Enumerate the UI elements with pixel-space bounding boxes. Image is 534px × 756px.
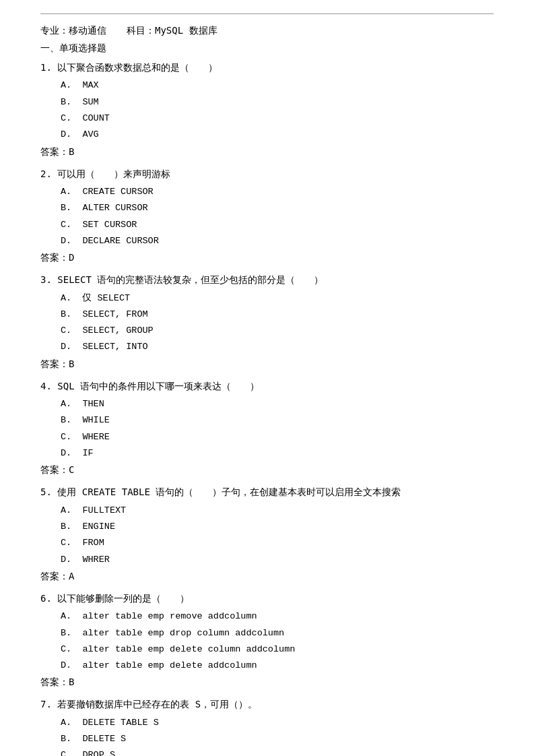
question-3-option-1: B. SELECT, FROM — [61, 307, 494, 323]
question-4-option-3: D. IF — [61, 445, 494, 462]
question-3-option-0: A. 仅 SELECT — [61, 290, 494, 307]
question-5-option-1: B. ENGINE — [61, 519, 494, 535]
section-title: 一、单项选择题 — [40, 42, 494, 55]
question-4-option-2: C. WHERE — [61, 429, 494, 445]
question-1-option-0: A. MAX — [61, 77, 494, 94]
question-7: 7. 若要撤销数据库中已经存在的表 S，可用（）。A. DELETE TABLE… — [40, 697, 494, 756]
question-2-answer: 答案：D — [40, 252, 494, 264]
major-label: 专业：移动通信 — [40, 25, 106, 37]
top-divider — [40, 13, 494, 14]
question-6-option-0: A. alter table emp remove addcolumn — [61, 608, 494, 625]
question-7-text: 7. 若要撤销数据库中已经存在的表 S，可用（）。 — [40, 697, 494, 712]
question-2-option-0: A. CREATE CURSOR — [61, 184, 494, 200]
question-6-option-3: D. alter table emp delete addcolumn — [61, 658, 494, 674]
question-1-answer: 答案：B — [40, 146, 494, 158]
question-3-answer: 答案：B — [40, 358, 494, 371]
header: 专业：移动通信 科目：MySQL 数据库 — [40, 25, 494, 37]
question-3-option-2: C. SELECT, GROUP — [61, 323, 494, 339]
question-3-options: A. 仅 SELECTB. SELECT, FROMC. SELECT, GRO… — [61, 290, 494, 356]
question-1: 1. 以下聚合函数求数据总和的是（ ）A. MAXB. SUMC. COUNTD… — [40, 60, 494, 158]
question-6-option-2: C. alter table emp delete column addcolu… — [61, 641, 494, 658]
question-7-options: A. DELETE TABLE SB. DELETE SC. DROP SD. … — [61, 715, 494, 756]
question-6-answer: 答案：B — [40, 676, 494, 689]
question-6: 6. 以下能够删除一列的是（ ）A. alter table emp remov… — [40, 591, 494, 689]
question-7-option-2: C. DROP S — [61, 747, 494, 756]
question-5: 5. 使用 CREATE TABLE 语句的（ ）子句，在创建基本表时可以启用全… — [40, 484, 494, 583]
question-7-option-0: A. DELETE TABLE S — [61, 715, 494, 731]
question-2-option-3: D. DECLARE CURSOR — [61, 233, 494, 249]
question-3-text: 3. SELECT 语句的完整语法较复杂，但至少包括的部分是（ ） — [40, 272, 494, 287]
question-5-answer: 答案：A — [40, 571, 494, 583]
question-5-option-3: D. WHRER — [61, 552, 494, 568]
question-4: 4. SQL 语句中的条件用以下哪一项来表达（ ）A. THENB. WHILE… — [40, 379, 494, 477]
question-6-options: A. alter table emp remove addcolumnB. al… — [61, 608, 494, 674]
question-1-text: 1. 以下聚合函数求数据总和的是（ ） — [40, 60, 494, 75]
question-6-option-1: B. alter table emp drop column addcolumn — [61, 625, 494, 641]
question-1-option-3: D. AVG — [61, 127, 494, 143]
questions-container: 1. 以下聚合函数求数据总和的是（ ）A. MAXB. SUMC. COUNTD… — [40, 60, 494, 756]
question-4-option-1: B. WHILE — [61, 412, 494, 429]
question-5-text: 5. 使用 CREATE TABLE 语句的（ ）子句，在创建基本表时可以启用全… — [40, 484, 494, 499]
question-1-option-1: B. SUM — [61, 94, 494, 111]
question-4-answer: 答案：C — [40, 464, 494, 476]
question-4-option-0: A. THEN — [61, 396, 494, 412]
question-2-options: A. CREATE CURSORB. ALTER CURSORC. SET CU… — [61, 184, 494, 249]
question-2-option-1: B. ALTER CURSOR — [61, 200, 494, 216]
course-label: 科目：MySQL 数据库 — [127, 25, 218, 37]
question-4-options: A. THENB. WHILEC. WHERED. IF — [61, 396, 494, 462]
question-1-options: A. MAXB. SUMC. COUNTD. AVG — [61, 77, 494, 143]
question-2-text: 2. 可以用（ ）来声明游标 — [40, 166, 494, 181]
question-6-text: 6. 以下能够删除一列的是（ ） — [40, 591, 494, 606]
question-2-option-2: C. SET CURSOR — [61, 217, 494, 233]
question-5-option-2: C. FROM — [61, 535, 494, 551]
question-3-option-3: D. SELECT, INTO — [61, 339, 494, 355]
question-1-option-2: C. COUNT — [61, 111, 494, 127]
question-3: 3. SELECT 语句的完整语法较复杂，但至少包括的部分是（ ）A. 仅 SE… — [40, 272, 494, 371]
question-5-options: A. FULLTEXTB. ENGINEC. FROMD. WHRER — [61, 503, 494, 568]
question-2: 2. 可以用（ ）来声明游标A. CREATE CURSORB. ALTER C… — [40, 166, 494, 265]
question-7-option-1: B. DELETE S — [61, 731, 494, 747]
question-4-text: 4. SQL 语句中的条件用以下哪一项来表达（ ） — [40, 379, 494, 393]
question-5-option-0: A. FULLTEXT — [61, 503, 494, 519]
